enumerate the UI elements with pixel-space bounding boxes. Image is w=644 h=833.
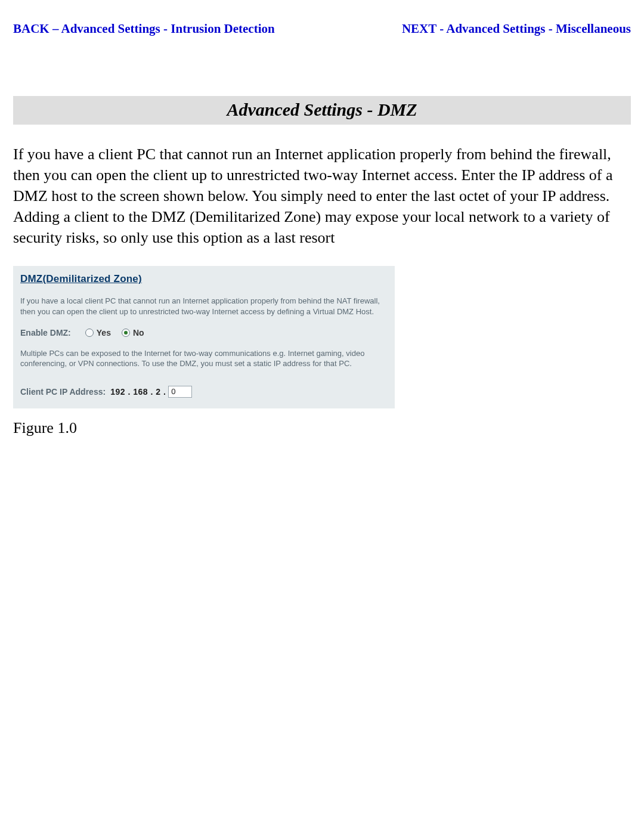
next-link[interactable]: NEXT - Advanced Settings - Miscellaneous — [402, 21, 631, 36]
page-title: Advanced Settings - DMZ — [13, 96, 631, 125]
back-link[interactable]: BACK – Advanced Settings - Intrusion Det… — [13, 21, 275, 36]
enable-dmz-row: Enable DMZ: Yes No — [20, 328, 388, 337]
client-ip-row: Client PC IP Address: 192 . 168 . 2 . — [20, 386, 388, 398]
client-ip-label: Client PC IP Address: — [20, 387, 106, 397]
ip-last-octet-input[interactable] — [168, 386, 192, 398]
radio-yes-label: Yes — [97, 328, 111, 337]
ip-prefix: 192 . 168 . 2 . — [110, 387, 166, 397]
intro-paragraph: If you have a client PC that cannot run … — [13, 144, 631, 248]
enable-dmz-radio-group: Yes No — [85, 328, 144, 337]
panel-heading: DMZ(Demilitarized Zone) — [20, 273, 388, 285]
radio-circle-icon — [122, 329, 130, 337]
radio-yes[interactable]: Yes — [85, 328, 111, 337]
figure-caption: Figure 1.0 — [13, 419, 631, 437]
document-page: BACK – Advanced Settings - Intrusion Det… — [0, 0, 644, 833]
nav-row: BACK – Advanced Settings - Intrusion Det… — [13, 21, 631, 36]
panel-description: If you have a local client PC that canno… — [20, 296, 388, 317]
radio-no[interactable]: No — [122, 328, 144, 337]
panel-note: Multiple PCs can be exposed to the Inter… — [20, 348, 388, 369]
dmz-panel: DMZ(Demilitarized Zone) If you have a lo… — [13, 266, 395, 408]
enable-dmz-label: Enable DMZ: — [20, 328, 71, 337]
radio-no-label: No — [133, 328, 144, 337]
radio-circle-icon — [85, 329, 94, 337]
